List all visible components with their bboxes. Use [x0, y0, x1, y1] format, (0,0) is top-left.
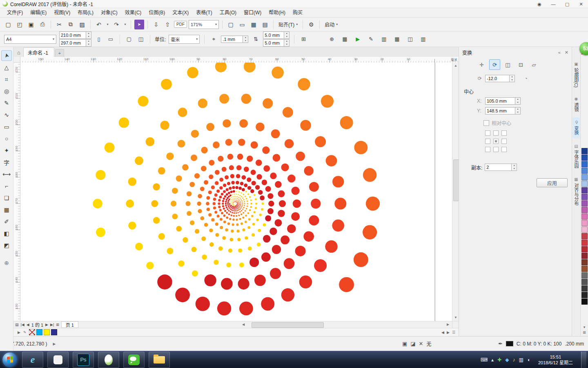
palette-swatch[interactable] [581, 298, 588, 305]
previous-page-icon[interactable]: ◀ [27, 323, 29, 327]
rotation-angle-input[interactable] [485, 75, 509, 82]
center-x-stepper[interactable]: ▴▾ [515, 97, 521, 105]
anchor-cell[interactable] [501, 139, 507, 144]
taskbar-clock[interactable]: 15:51 2018/6/12 星期二 [534, 354, 577, 366]
menu-item[interactable]: 表格(T) [192, 8, 216, 17]
redo-icon[interactable]: ↷ [111, 20, 121, 29]
cells-b-icon[interactable]: ◫ [405, 35, 414, 44]
palette-swatch[interactable] [581, 168, 588, 174]
ellipse-tool[interactable]: ○ [1, 133, 12, 144]
anchor-cell[interactable] [485, 147, 490, 152]
palette-left-icon[interactable]: ◀ [441, 330, 444, 334]
volume-icon[interactable]: ◖ [527, 357, 530, 363]
landscape-icon[interactable]: ▭ [106, 35, 115, 44]
side-tab[interactable]: ▤字体乐园 [572, 141, 580, 171]
publish-pdf-button[interactable]: PDF [174, 21, 187, 28]
palette-swatch[interactable] [581, 233, 588, 239]
vertical-ruler[interactable]: 220210200190180170160150140130 [13, 63, 20, 321]
menu-item[interactable]: 文件(F) [3, 8, 27, 17]
side-tab[interactable]: ⟳变换 [572, 117, 580, 138]
size-tab-icon[interactable]: ⊡ [515, 59, 526, 70]
facing-pages-icon[interactable]: ◫ [136, 35, 145, 44]
menu-item[interactable]: 窗口(W) [240, 8, 265, 17]
snap-to-dropdown[interactable]: 贴齐(T)▾ [277, 21, 299, 28]
close-button[interactable]: ✕ [574, 0, 588, 8]
angle-dial-icon[interactable]: ◔ [523, 76, 529, 81]
palette-swatch[interactable] [581, 207, 588, 213]
horizontal-scroll-track[interactable] [247, 322, 445, 328]
palette-swatch[interactable] [581, 246, 588, 252]
palette-swatch[interactable] [581, 292, 588, 298]
menu-item[interactable]: 购买 [289, 8, 306, 17]
text-tool[interactable]: 字 [1, 157, 12, 168]
wireframe-icon[interactable]: ⊕ [327, 35, 336, 44]
palette-swatch[interactable] [581, 220, 588, 226]
anchor-cell[interactable] [501, 130, 507, 136]
rectangle-tool[interactable]: ▭ [1, 121, 12, 132]
portrait-icon[interactable]: ▯ [94, 35, 103, 44]
palette-expand-icon[interactable]: ▶ [18, 330, 20, 334]
add-page-icon[interactable]: ⊞ [56, 323, 59, 327]
pick-tool[interactable]: ➤ [1, 50, 12, 61]
first-page-icon[interactable]: |◀ [21, 323, 24, 327]
grid-icon[interactable]: ▦ [340, 35, 349, 44]
menu-item[interactable]: 位图(B) [145, 8, 169, 17]
palette-swatch[interactable] [581, 213, 588, 220]
palette-menu-icon[interactable]: ☰ [452, 330, 455, 334]
color-eyedropper-tool[interactable]: ✐ [1, 216, 12, 227]
network-icon[interactable]: ▥ [519, 357, 523, 363]
menu-item[interactable]: 对象(C) [97, 8, 121, 17]
ime-icon[interactable]: ⌨ [481, 357, 488, 363]
security-icon[interactable]: ✚ [497, 357, 501, 363]
apply-button[interactable]: 应用 [537, 178, 568, 187]
restore-button[interactable]: ▢ [560, 0, 574, 8]
palette-swatch[interactable] [581, 253, 588, 259]
drop-shadow-tool[interactable]: ❏ [1, 193, 12, 203]
anchor-cell[interactable] [485, 130, 490, 136]
zoom-tool[interactable]: ◎ [1, 86, 12, 96]
redo-dropdown-icon[interactable]: ▾ [123, 20, 127, 29]
treat-as-filled-icon[interactable]: ⊞ [299, 35, 308, 44]
center-y-stepper[interactable]: ▴▾ [515, 107, 521, 114]
palette-scroll-icon[interactable]: ⊞ [583, 330, 586, 334]
anchor-cell[interactable] [501, 147, 507, 152]
minimize-button[interactable]: — [546, 0, 560, 8]
taskbar-app[interactable] [47, 352, 69, 368]
menu-item[interactable]: 编辑(E) [27, 8, 50, 17]
document-palette-swatch[interactable] [44, 329, 50, 335]
palette-swatch[interactable] [581, 174, 588, 180]
rotation-angle-stepper[interactable]: ▴▾ [509, 75, 515, 82]
home-icon[interactable]: ⌂ [14, 48, 23, 57]
side-tab[interactable]: ▣轮廓图(C) [572, 58, 580, 91]
import-icon[interactable]: ⇩ [151, 20, 161, 29]
interactive-fill-tool[interactable]: ◧ [1, 228, 12, 239]
document-palette-swatch[interactable] [36, 329, 42, 335]
palette-swatch[interactable] [581, 181, 588, 187]
relative-center-checkbox[interactable] [483, 120, 489, 126]
palette-swatch[interactable] [581, 200, 588, 206]
last-page-icon[interactable]: ▶| [50, 323, 54, 327]
taskbar-wechat[interactable] [123, 352, 145, 368]
rotate-tab-icon[interactable]: ⟳ [489, 59, 500, 70]
menu-item[interactable]: 工具(O) [216, 8, 240, 17]
position-tab-icon[interactable]: ✛ [476, 59, 487, 70]
duplicate-y-stepper[interactable]: ▴▾ [284, 39, 290, 47]
scroll-up-icon[interactable]: ▲ [452, 63, 459, 69]
smart-fill-tool[interactable]: ◩ [1, 240, 12, 251]
anchor-cell[interactable] [493, 130, 499, 136]
color-proof-icon[interactable]: ▣ [402, 341, 407, 347]
scroll-left-icon[interactable]: ◀ [240, 321, 247, 328]
docker-close-icon[interactable]: ✕ [565, 50, 568, 55]
graph-icon[interactable]: ▥ [379, 35, 388, 44]
menu-item[interactable]: 帮助(H) [265, 8, 289, 17]
crop-tool[interactable]: ⌗ [1, 74, 12, 85]
media-icon[interactable]: ♪ [512, 357, 515, 363]
duplicate-y-input[interactable] [263, 39, 284, 47]
center-y-input[interactable] [485, 107, 515, 114]
menu-item[interactable]: 视图(V) [50, 8, 74, 17]
copies-stepper[interactable]: ▴▾ [511, 164, 517, 171]
palette-swatch[interactable] [581, 187, 588, 193]
freehand-tool[interactable]: ✎ [1, 98, 12, 108]
center-x-input[interactable] [485, 97, 515, 105]
scale-mirror-tab-icon[interactable]: ◫ [502, 59, 513, 70]
